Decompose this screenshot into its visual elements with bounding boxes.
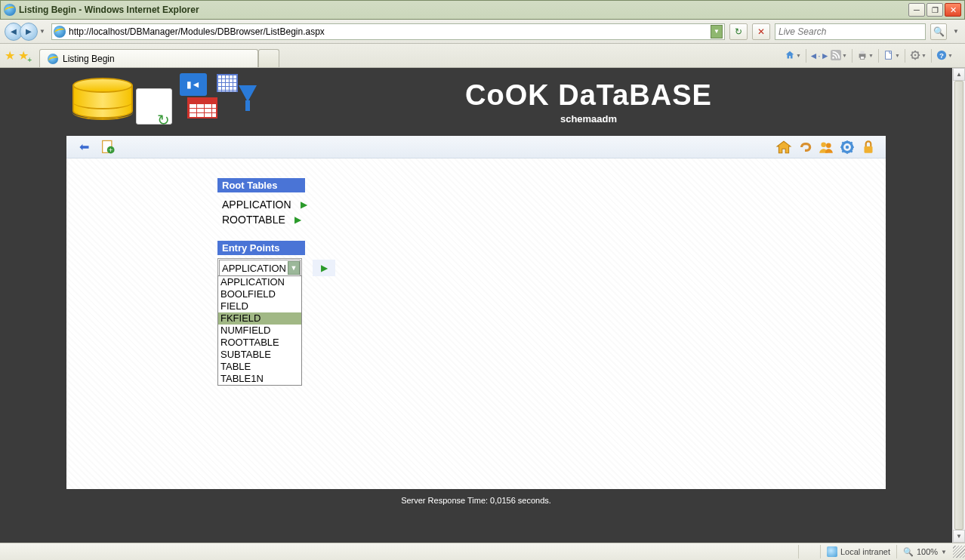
table-icon <box>187 97 217 118</box>
link-icon[interactable] <box>797 139 813 155</box>
dropdown-option[interactable]: FIELD <box>218 300 301 312</box>
back-arrow-icon[interactable]: ⬅ <box>76 139 92 155</box>
root-table-label: ROOTTABLE <box>222 214 285 226</box>
nav-history-dropdown[interactable]: ▼ <box>38 23 47 41</box>
tab-page-icon <box>48 54 58 64</box>
separator <box>852 49 852 63</box>
add-favorites-icon[interactable]: ★+ <box>18 48 29 63</box>
zoom-icon: 🔍 <box>903 547 914 557</box>
zoom-value: 100% <box>917 547 938 556</box>
refresh-button[interactable]: ↻ <box>729 23 748 40</box>
select-dropdown-icon[interactable]: ▼ <box>288 261 300 275</box>
separator <box>931 49 932 63</box>
database-icon <box>72 78 133 126</box>
funnel-icon <box>239 85 257 102</box>
footer-response-time: Server Response Time: 0,0156 seconds. <box>66 489 886 511</box>
page-title: CoOK DaTaBASE <box>285 79 892 112</box>
separator <box>806 49 806 63</box>
lock-icon[interactable] <box>860 139 877 155</box>
root-tables-header: Root Tables <box>217 178 305 192</box>
scroll-thumb[interactable] <box>954 81 963 530</box>
svg-rect-0 <box>831 50 841 60</box>
go-arrow-icon[interactable]: ▶ <box>294 214 301 225</box>
panel-icon: ▮◄ <box>180 73 207 96</box>
zone-icon <box>827 546 837 557</box>
svg-point-14 <box>826 143 831 148</box>
home-button[interactable]: ▼ <box>785 48 801 63</box>
content-viewport: ↻ ▮◄ CoOK DaTaBASE schemaadm ⬅ + <box>0 68 965 543</box>
dropdown-option[interactable]: APPLICATION <box>218 276 301 288</box>
address-bar[interactable]: ▼ <box>51 23 725 40</box>
search-input[interactable] <box>778 26 922 37</box>
rss-button[interactable]: ▼ <box>831 48 847 63</box>
maximize-button[interactable]: ❐ <box>926 3 943 17</box>
svg-rect-4 <box>860 57 864 60</box>
main-panel: ⬅ + <box>66 136 886 489</box>
entry-points-select[interactable]: APPLICATION ▼ <box>219 260 301 276</box>
dropdown-option[interactable]: NUMFIELD <box>218 325 301 337</box>
vertical-scrollbar[interactable]: ▲ ▼ <box>952 68 965 543</box>
home-icon[interactable] <box>775 139 792 155</box>
page-subtitle: schemaadm <box>285 113 892 125</box>
dropdown-option[interactable]: TABLE1N <box>218 373 301 385</box>
users-icon[interactable] <box>818 139 834 155</box>
minimize-button[interactable]: ─ <box>908 3 925 17</box>
search-dropdown[interactable]: ▼ <box>951 23 960 41</box>
entry-points-header: Entry Points <box>217 241 305 255</box>
zoom-dropdown-icon[interactable]: ▼ <box>941 549 947 555</box>
scroll-down-button[interactable]: ▼ <box>953 530 965 543</box>
root-table-label: APPLICATION <box>222 198 291 211</box>
entry-points-dropdown[interactable]: APPLICATIONBOOLFIELDFIELDFKFIELDNUMFIELD… <box>217 275 302 386</box>
root-table-item[interactable]: ROOTTABLE▶ <box>217 212 886 227</box>
dropdown-option[interactable]: BOOLFIELD <box>218 288 301 300</box>
page-body: ↻ ▮◄ CoOK DaTaBASE schemaadm ⬅ + <box>0 68 952 543</box>
window-titlebar: Listing Begin - Windows Internet Explore… <box>0 0 965 20</box>
new-tab-button[interactable] <box>258 49 279 67</box>
settings-icon[interactable] <box>839 139 856 155</box>
scroll-up-button[interactable]: ▲ <box>953 68 965 81</box>
dev-tools-icon[interactable]: ◄·► <box>811 48 828 63</box>
forward-button[interactable]: ► <box>20 23 38 41</box>
svg-point-1 <box>832 57 834 60</box>
status-bar: Local intranet 🔍 100% ▼ <box>0 543 965 560</box>
dropdown-option[interactable]: ROOTTABLE <box>218 337 301 349</box>
panel-toolbar: ⬅ + <box>66 136 886 158</box>
browser-navbar: ◄ ► ▼ ▼ ↻ ✕ 🔍 ▼ <box>0 20 965 44</box>
go-arrow-icon: ▶ <box>321 263 328 273</box>
root-table-item[interactable]: APPLICATION▶ <box>217 197 886 212</box>
stop-button[interactable]: ✕ <box>752 23 770 40</box>
grid-icon <box>217 75 237 91</box>
resize-grip[interactable] <box>953 546 965 558</box>
dropdown-option[interactable]: FKFIELD <box>218 312 301 325</box>
page-menu-button[interactable]: ▼ <box>883 48 900 63</box>
arrow-icon: ↻ <box>157 111 170 129</box>
close-button[interactable]: ✕ <box>945 3 961 17</box>
svg-rect-3 <box>860 51 864 54</box>
go-arrow-icon[interactable]: ▶ <box>301 199 307 210</box>
search-button[interactable]: 🔍 <box>930 23 947 40</box>
security-zone[interactable]: Local intranet <box>821 543 896 560</box>
svg-rect-17 <box>865 146 873 152</box>
zoom-control[interactable]: 🔍 100% ▼ <box>897 543 953 560</box>
tools-button[interactable]: ▼ <box>910 48 926 63</box>
tab-bar: ★ ★+ Listing Begin ▼ ◄·► ▼ ▼ ▼ ▼ ?▼ <box>0 44 965 68</box>
favorites-icon[interactable]: ★ <box>5 48 15 63</box>
svg-point-13 <box>821 142 826 147</box>
search-box[interactable] <box>775 23 926 40</box>
tab-title: Listing Begin <box>63 54 115 64</box>
dropdown-option[interactable]: SUBTABLE <box>218 349 301 361</box>
entry-points-selected: APPLICATION <box>222 263 286 274</box>
ie-icon <box>4 4 16 16</box>
url-dropdown[interactable]: ▼ <box>711 25 723 38</box>
tab-active[interactable]: Listing Begin <box>39 49 258 67</box>
root-tables-list: APPLICATION▶ROOTTABLE▶ <box>217 197 886 227</box>
help-button[interactable]: ?▼ <box>936 48 953 63</box>
entry-points-row: APPLICATION ▼ ▶ APPLICATIONBOOLFIELDFIEL… <box>217 258 886 278</box>
separator <box>878 49 879 63</box>
url-input[interactable] <box>69 26 708 37</box>
new-file-icon[interactable]: + <box>100 139 116 155</box>
dropdown-option[interactable]: TABLE <box>218 361 301 373</box>
page-icon <box>54 26 66 38</box>
print-button[interactable]: ▼ <box>857 48 874 63</box>
entry-points-go[interactable]: ▶ <box>313 260 335 276</box>
